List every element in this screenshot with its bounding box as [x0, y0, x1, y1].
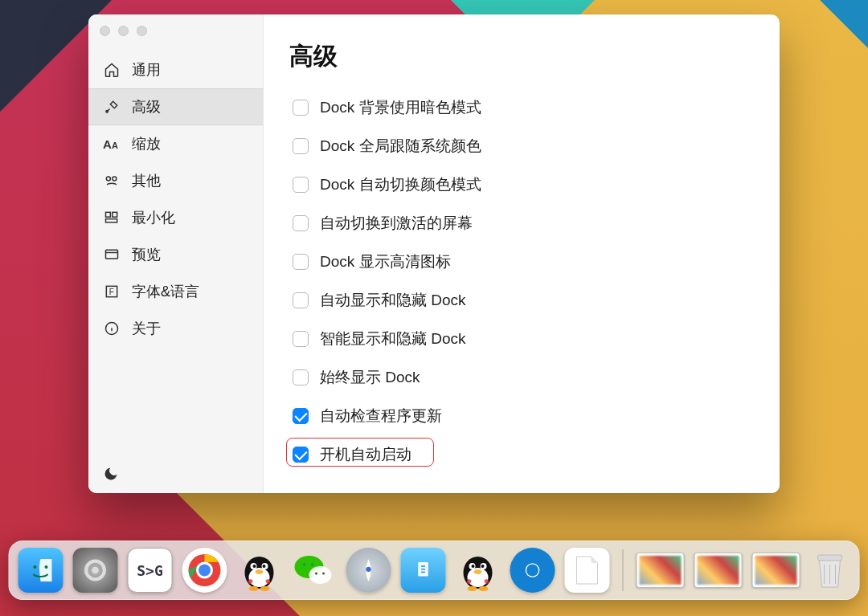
- sidebar-item-home[interactable]: 通用: [88, 51, 263, 88]
- svg-rect-6: [113, 212, 117, 217]
- svg-text:A: A: [103, 137, 112, 151]
- option-row: 自动显示和隐藏 Dock: [293, 290, 764, 311]
- checkbox[interactable]: [293, 100, 309, 116]
- svg-point-13: [45, 565, 48, 569]
- sidebar-item-minimize[interactable]: 最小化: [88, 199, 263, 236]
- dock-minimized-window[interactable]: [752, 553, 800, 588]
- page-title: 高级: [289, 40, 764, 73]
- option-label: 智能显示和隐藏 Dock: [320, 328, 466, 349]
- sidebar-item-label: 其他: [132, 171, 161, 190]
- sidebar-item-label: 高级: [132, 97, 161, 116]
- info-icon: [103, 320, 121, 337]
- option-row: Dock 显示高清图标: [293, 251, 764, 272]
- option-label: Dock 自动切换颜色模式: [320, 174, 481, 195]
- option-row: Dock 自动切换颜色模式: [293, 174, 764, 195]
- svg-text:F: F: [109, 288, 114, 296]
- checkbox[interactable]: [293, 447, 309, 463]
- option-label: 自动切换到激活的屏幕: [320, 213, 473, 234]
- dock-app-settings[interactable]: [73, 548, 118, 593]
- window-minimize-button[interactable]: [118, 26, 129, 36]
- option-row: Dock 全局跟随系统颜色: [293, 136, 764, 157]
- sidebar-item-label: 关于: [132, 319, 161, 338]
- svg-rect-7: [106, 219, 117, 222]
- option-label: Dock 全局跟随系统颜色: [320, 136, 481, 157]
- svg-point-25: [256, 569, 264, 574]
- checkbox[interactable]: [293, 331, 309, 347]
- content-pane: 高级 Dock 背景使用暗色模式Dock 全局跟随系统颜色Dock 自动切换颜色…: [264, 14, 780, 493]
- dock-app-app[interactable]: [510, 548, 555, 593]
- dock-app-s2g[interactable]: S>G: [128, 548, 173, 593]
- svg-point-42: [474, 569, 482, 574]
- option-label: 自动检查程序更新: [320, 406, 442, 426]
- option-label: Dock 显示高清图标: [320, 251, 451, 272]
- sidebar-item-misc[interactable]: 其他: [88, 162, 263, 199]
- svg-point-27: [260, 586, 270, 591]
- option-row: 自动检查程序更新: [293, 406, 764, 426]
- sidebar: 通用高级AA缩放其他最小化预览F字体&语言关于: [88, 14, 264, 493]
- dark-mode-icon[interactable]: [103, 466, 119, 482]
- sidebar-item-tools[interactable]: 高级: [88, 88, 263, 125]
- svg-point-34: [366, 567, 371, 572]
- sidebar-footer: [88, 455, 263, 493]
- sidebar-item-info[interactable]: 关于: [88, 310, 263, 347]
- sidebar-item-text-size[interactable]: AA缩放: [88, 125, 263, 162]
- dock-app-document[interactable]: [565, 548, 610, 593]
- preview-icon: [103, 246, 121, 263]
- misc-icon: [103, 172, 121, 190]
- dock-app-wechat[interactable]: [292, 548, 337, 593]
- option-row: 始终显示 Dock: [293, 367, 764, 388]
- option-row: 开机自动启动: [293, 444, 764, 465]
- option-row: 自动切换到激活的屏幕: [293, 213, 764, 234]
- window-controls: [88, 14, 263, 47]
- option-label: Dock 背景使用暗色模式: [320, 97, 481, 118]
- dock-app-qq[interactable]: [237, 548, 282, 593]
- svg-point-44: [479, 586, 489, 591]
- dock-app-launchpad[interactable]: [346, 548, 391, 593]
- sidebar-item-font[interactable]: F字体&语言: [88, 273, 263, 310]
- svg-point-12: [34, 565, 37, 569]
- svg-rect-5: [106, 212, 111, 217]
- checkbox[interactable]: [293, 254, 309, 270]
- option-label: 自动显示和隐藏 Dock: [320, 290, 466, 311]
- minimize-icon: [103, 209, 121, 226]
- svg-text:A: A: [112, 141, 118, 150]
- checkbox[interactable]: [293, 138, 309, 154]
- dock-minimized-window[interactable]: [694, 553, 743, 588]
- font-icon: F: [103, 283, 121, 300]
- checkbox[interactable]: [293, 369, 309, 386]
- svg-point-3: [106, 177, 110, 181]
- checkbox[interactable]: [293, 177, 309, 193]
- checkbox[interactable]: [293, 408, 309, 424]
- svg-rect-8: [106, 250, 118, 259]
- sidebar-item-label: 通用: [132, 60, 161, 80]
- svg-point-23: [253, 565, 256, 568]
- svg-point-30: [303, 563, 306, 566]
- svg-point-40: [472, 565, 475, 568]
- option-row: Dock 背景使用暗色模式: [293, 97, 764, 118]
- dock-app-qq[interactable]: [456, 548, 501, 593]
- window-close-button[interactable]: [100, 26, 110, 36]
- svg-point-46: [526, 565, 538, 577]
- dock-minimized-window[interactable]: [637, 553, 685, 588]
- svg-point-32: [315, 572, 317, 574]
- sidebar-item-preview[interactable]: 预览: [88, 236, 263, 273]
- tools-icon: [103, 98, 121, 116]
- svg-point-31: [311, 563, 314, 566]
- sidebar-nav: 通用高级AA缩放其他最小化预览F字体&语言关于: [88, 47, 263, 347]
- home-icon: [103, 61, 121, 79]
- window-zoom-button[interactable]: [137, 26, 147, 36]
- dock-app-folder[interactable]: [401, 548, 446, 593]
- svg-point-15: [92, 567, 99, 574]
- dock-app-chrome[interactable]: [182, 548, 227, 593]
- sidebar-item-label: 预览: [132, 245, 161, 264]
- sidebar-item-label: 缩放: [132, 134, 161, 153]
- option-label: 始终显示 Dock: [320, 367, 420, 388]
- sidebar-item-label: 字体&语言: [132, 282, 199, 301]
- dock-trash[interactable]: [810, 548, 850, 593]
- option-label: 开机自动启动: [320, 444, 411, 465]
- svg-point-43: [468, 586, 477, 591]
- dock-app-finder[interactable]: [18, 548, 63, 593]
- svg-point-33: [322, 572, 325, 574]
- checkbox[interactable]: [293, 215, 309, 231]
- checkbox[interactable]: [293, 292, 309, 308]
